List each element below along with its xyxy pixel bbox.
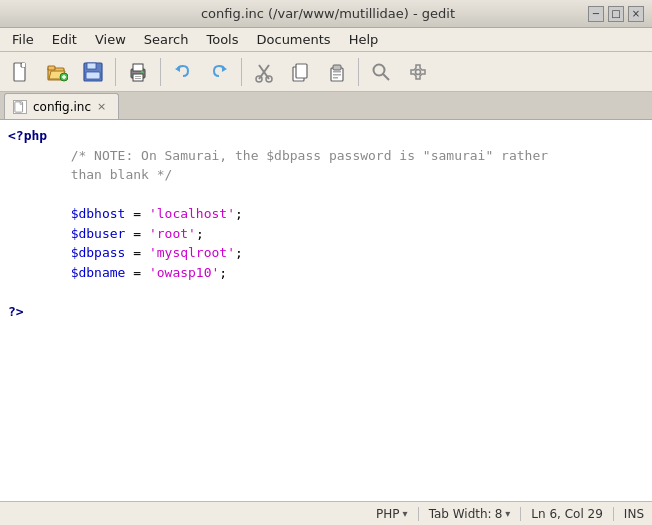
- menu-search[interactable]: Search: [136, 30, 197, 49]
- file-icon: [13, 100, 27, 114]
- open-icon: [46, 61, 68, 83]
- tabbar: config.inc ×: [0, 92, 652, 120]
- code-dbname: $dbname = 'owasp10';: [8, 265, 227, 280]
- comment-line-1: /* NOTE: On Samurai, the $dbpass passwor…: [8, 148, 548, 163]
- comment-line-2: than blank */: [8, 167, 172, 182]
- svg-point-31: [374, 64, 385, 75]
- undo-button[interactable]: [166, 55, 200, 89]
- cursor-position: Ln 6, Col 29: [531, 507, 603, 521]
- print-icon: [127, 61, 149, 83]
- svg-line-32: [383, 74, 389, 80]
- svg-point-17: [141, 70, 143, 72]
- svg-rect-15: [135, 76, 141, 77]
- titlebar: config.inc (/var/www/mutillidae) - gedit…: [0, 0, 652, 28]
- new-button[interactable]: [4, 55, 38, 89]
- tools-button[interactable]: [400, 55, 434, 89]
- menu-file[interactable]: File: [4, 30, 42, 49]
- tab-width-value: 8: [495, 507, 503, 521]
- menu-view[interactable]: View: [87, 30, 134, 49]
- save-icon: [82, 61, 104, 83]
- editor-area[interactable]: <?php /* NOTE: On Samurai, the $dbpass p…: [0, 120, 652, 501]
- statusbar-sep-3: [613, 507, 614, 521]
- toolbar-separator-2: [160, 58, 161, 86]
- menu-documents[interactable]: Documents: [249, 30, 339, 49]
- tab-width-label: Tab Width:: [429, 507, 492, 521]
- statusbar: PHP ▾ Tab Width: 8 ▾ Ln 6, Col 29 INS: [0, 501, 652, 525]
- toolbar-separator-4: [358, 58, 359, 86]
- svg-rect-10: [87, 63, 96, 69]
- tab-config-inc[interactable]: config.inc ×: [4, 93, 119, 119]
- svg-rect-11: [86, 72, 100, 79]
- svg-marker-19: [222, 66, 227, 72]
- toolbar-separator-1: [115, 58, 116, 86]
- svg-rect-16: [135, 78, 141, 79]
- svg-rect-29: [333, 74, 341, 76]
- copy-button[interactable]: [283, 55, 317, 89]
- language-item[interactable]: PHP ▾: [376, 507, 408, 521]
- window-controls: − □ ×: [588, 6, 644, 22]
- close-button[interactable]: ×: [628, 6, 644, 22]
- php-open-tag: <?php: [8, 128, 47, 143]
- language-dropdown-arrow: ▾: [403, 508, 408, 519]
- save-button[interactable]: [76, 55, 110, 89]
- copy-icon: [289, 61, 311, 83]
- tab-label: config.inc: [33, 100, 91, 114]
- paste-icon: [325, 61, 347, 83]
- svg-rect-30: [333, 77, 338, 79]
- svg-rect-27: [333, 65, 341, 70]
- menubar: File Edit View Search Tools Documents He…: [0, 28, 652, 52]
- code-dbhost: $dbhost = 'localhost';: [8, 206, 243, 221]
- code-dbuser: $dbuser = 'root';: [8, 226, 204, 241]
- undo-icon: [172, 61, 194, 83]
- open-button[interactable]: [40, 55, 74, 89]
- cut-icon: [253, 61, 275, 83]
- find-button[interactable]: [364, 55, 398, 89]
- svg-rect-2: [22, 63, 25, 67]
- menu-tools[interactable]: Tools: [198, 30, 246, 49]
- code-dbpass: $dbpass = 'mysqlroot';: [8, 245, 243, 260]
- language-label: PHP: [376, 507, 400, 521]
- tab-width-item[interactable]: Tab Width: 8 ▾: [429, 507, 511, 521]
- toolbar-separator-3: [241, 58, 242, 86]
- statusbar-sep-1: [418, 507, 419, 521]
- cut-button[interactable]: [247, 55, 281, 89]
- tools-icon: [406, 61, 428, 83]
- tab-close-button[interactable]: ×: [97, 100, 106, 113]
- svg-rect-28: [333, 71, 341, 73]
- tab-width-dropdown-arrow: ▾: [505, 508, 510, 519]
- cursor-position-label: Ln 6, Col 29: [531, 507, 603, 521]
- minimize-button[interactable]: −: [588, 6, 604, 22]
- print-button[interactable]: [121, 55, 155, 89]
- redo-icon: [208, 61, 230, 83]
- app-window: config.inc (/var/www/mutillidae) - gedit…: [0, 0, 652, 525]
- svg-rect-13: [133, 64, 143, 71]
- new-icon: [10, 61, 32, 83]
- toolbar: [0, 52, 652, 92]
- insert-mode-label: INS: [624, 507, 644, 521]
- maximize-button[interactable]: □: [608, 6, 624, 22]
- redo-button[interactable]: [202, 55, 236, 89]
- menu-edit[interactable]: Edit: [44, 30, 85, 49]
- menu-help[interactable]: Help: [341, 30, 387, 49]
- svg-rect-25: [296, 64, 307, 78]
- paste-button[interactable]: [319, 55, 353, 89]
- php-close-tag: ?>: [8, 304, 24, 319]
- statusbar-sep-2: [520, 507, 521, 521]
- svg-rect-4: [48, 66, 55, 70]
- svg-point-33: [416, 69, 421, 74]
- svg-marker-18: [175, 66, 180, 72]
- window-title: config.inc (/var/www/mutillidae) - gedit: [68, 6, 588, 21]
- svg-rect-14: [133, 74, 143, 81]
- insert-mode: INS: [624, 507, 644, 521]
- search-icon: [370, 61, 392, 83]
